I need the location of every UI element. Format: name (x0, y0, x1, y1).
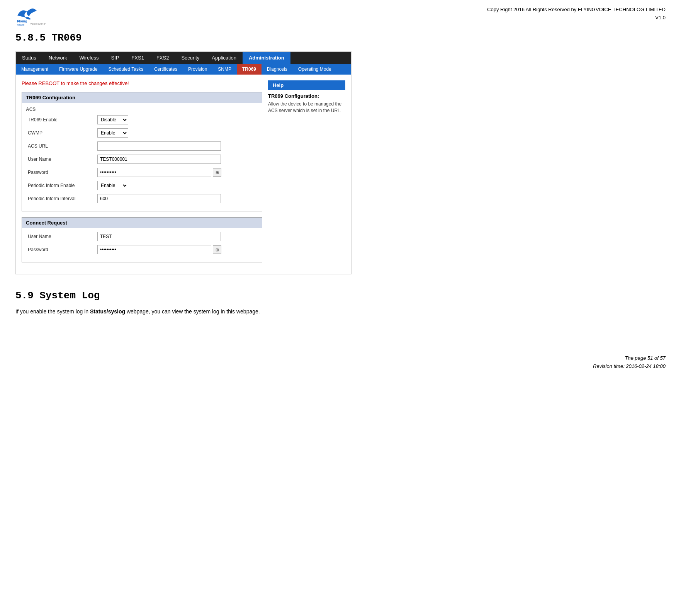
periodic-inform-enable-row: Periodic Inform Enable Enable Disable (28, 181, 256, 190)
acs-username-label: User Name (28, 157, 97, 162)
reboot-message: Please REBOOT to make the changes effect… (22, 80, 262, 86)
cr-password-wrapper: ⊞ (97, 245, 221, 254)
periodic-inform-interval-row: Periodic Inform Interval (28, 194, 256, 203)
logo: Flying Voice Voice over IP (15, 4, 46, 28)
tr069-enable-select[interactable]: Disable Enable (97, 115, 128, 124)
help-button[interactable]: Help (268, 80, 345, 90)
acs-password-input[interactable] (97, 168, 211, 177)
svg-text:Voice: Voice (17, 23, 25, 27)
cr-password-row: Password ⊞ (28, 245, 256, 254)
acs-section-label: ACS (26, 107, 256, 112)
help-section-title: TR069 Configuration: (268, 93, 345, 99)
copyright-text: Copy Right 2016 All Rights Reserved by F… (487, 4, 666, 22)
sub-scheduled-tasks[interactable]: Scheduled Tasks (103, 64, 149, 75)
connect-request-box: Connect Request User Name Password ⊞ (22, 217, 262, 262)
nav-network[interactable]: Network (42, 52, 73, 64)
section-59: 5.9 System Log If you enable the system … (15, 290, 666, 316)
periodic-inform-interval-label: Periodic Inform Interval (28, 196, 97, 201)
revision-info: Revision time: 2016-02-24 18:00 (15, 362, 666, 371)
periodic-inform-interval-input[interactable] (97, 194, 221, 203)
cwmp-label: CWMP (28, 130, 97, 136)
periodic-inform-enable-select[interactable]: Enable Disable (97, 181, 128, 190)
acs-url-row: ACS URL (28, 141, 256, 151)
periodic-inform-enable-label: Periodic Inform Enable (28, 183, 97, 188)
acs-username-input[interactable] (97, 155, 221, 164)
main-content: Please REBOOT to make the changes effect… (22, 80, 262, 268)
connect-request-title: Connect Request (22, 218, 262, 228)
page-header: Flying Voice Voice over IP Copy Right 20… (15, 4, 666, 28)
password-show-icon[interactable]: ⊞ (213, 168, 221, 177)
tr069-config-box: TR069 Configuration ACS TR069 Enable Dis… (22, 92, 262, 211)
cr-password-show-icon[interactable]: ⊞ (213, 245, 221, 254)
nav-administration[interactable]: Administration (243, 52, 290, 64)
cr-password-label: Password (28, 247, 97, 252)
section-59-text-before: If you enable the system log in (15, 308, 90, 315)
nav-security[interactable]: Security (175, 52, 205, 64)
acs-url-label: ACS URL (28, 143, 97, 149)
nav-wireless[interactable]: Wireless (73, 52, 105, 64)
page-info: The page 51 of 57 (15, 354, 666, 362)
section-588-title: 5.8.5 TR069 (15, 32, 666, 44)
svg-text:Flying: Flying (17, 19, 27, 23)
acs-username-row: User Name (28, 155, 256, 164)
sub-diagnosis[interactable]: Diagnosis (262, 64, 293, 75)
page-footer: The page 51 of 57 Revision time: 2016-02… (15, 354, 666, 371)
cr-username-input[interactable] (97, 232, 221, 241)
cr-username-label: User Name (28, 234, 97, 239)
nav-application[interactable]: Application (205, 52, 243, 64)
config-box-body: ACS TR069 Enable Disable Enable CWMP E (22, 103, 262, 211)
nav-fxs1[interactable]: FXS1 (125, 52, 150, 64)
section-59-text-after: webpage, you can view the system log in … (125, 308, 260, 315)
section-59-title: 5.9 System Log (15, 290, 666, 301)
tr069-enable-label: TR069 Enable (28, 117, 97, 123)
sub-nav-bar: Management Firmware Upgrade Scheduled Ta… (16, 64, 351, 75)
cr-password-input[interactable] (97, 245, 211, 254)
sub-certificates[interactable]: Certificates (149, 64, 183, 75)
cwmp-select[interactable]: Enable Disable (97, 128, 128, 138)
nav-sip[interactable]: SIP (105, 52, 125, 64)
content-area: Please REBOOT to make the changes effect… (16, 75, 351, 274)
acs-password-label: Password (28, 170, 97, 175)
sub-operating-mode[interactable]: Operating Mode (293, 64, 337, 75)
help-panel: Help TR069 Configuration: Allow the devi… (268, 80, 345, 268)
nav-fxs2[interactable]: FXS2 (150, 52, 175, 64)
section-59-paragraph: If you enable the system log in Status/s… (15, 307, 666, 316)
connect-request-body: User Name Password ⊞ (22, 228, 262, 262)
cwmp-row: CWMP Enable Disable (28, 128, 256, 138)
help-description: Allow the device to be managed the ACS s… (268, 101, 345, 114)
sub-provision[interactable]: Provision (183, 64, 212, 75)
svg-text:Voice over IP: Voice over IP (30, 22, 46, 25)
tr069-enable-row: TR069 Enable Disable Enable (28, 115, 256, 124)
nav-status[interactable]: Status (16, 52, 42, 64)
config-box-title: TR069 Configuration (22, 92, 262, 103)
top-nav-bar: Status Network Wireless SIP FXS1 FXS2 Se… (16, 52, 351, 64)
sub-snmp[interactable]: SNMP (212, 64, 237, 75)
browser-frame: Status Network Wireless SIP FXS1 FXS2 Se… (15, 51, 352, 274)
section-59-bold: Status/syslog (90, 308, 125, 315)
acs-url-input[interactable] (97, 141, 221, 151)
sub-management[interactable]: Management (16, 64, 54, 75)
sub-tr069[interactable]: TR069 (237, 64, 262, 75)
acs-password-row: Password ⊞ (28, 168, 256, 177)
cr-username-row: User Name (28, 232, 256, 241)
sub-firmware-upgrade[interactable]: Firmware Upgrade (54, 64, 103, 75)
acs-password-wrapper: ⊞ (97, 168, 221, 177)
